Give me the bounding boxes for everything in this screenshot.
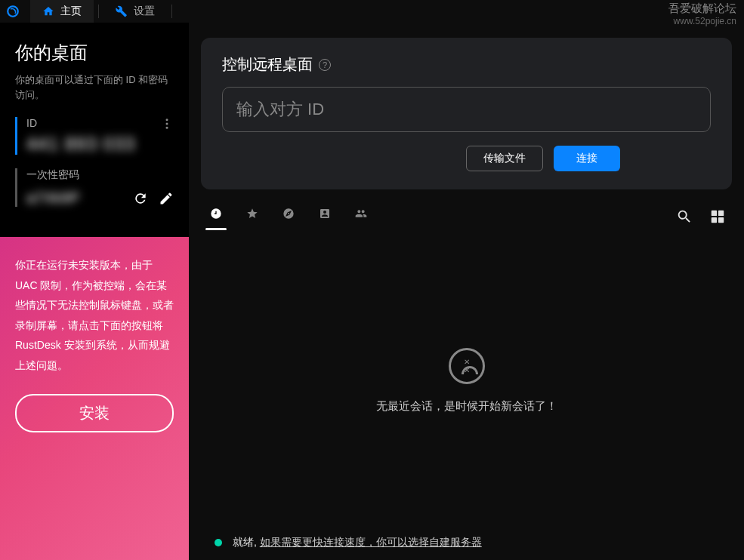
tab-home[interactable]: 主页 — [30, 0, 94, 23]
password-value: a7Xk9P — [26, 189, 79, 207]
install-text: 你正在运行未安装版本，由于 UAC 限制，作为被控端，会在某些情况下无法控制鼠标… — [15, 255, 174, 376]
empty-state: 无最近会话，是时候开始新会话了！ — [201, 235, 732, 525]
refresh-icon[interactable] — [133, 191, 148, 206]
tab-home-label: 主页 — [60, 5, 82, 18]
svg-point-0 — [8, 6, 18, 17]
filter-addressbook-icon[interactable] — [316, 208, 334, 226]
app-logo-icon — [6, 5, 20, 18]
id-value: 441 893 033 — [26, 134, 174, 155]
connect-button[interactable]: 连接 — [554, 146, 620, 171]
password-block: 一次性密码 a7Xk9P — [15, 168, 174, 207]
help-icon[interactable]: ? — [319, 59, 331, 71]
status-dot-icon — [215, 539, 222, 546]
sidebar-desc: 你的桌面可以通过下面的 ID 和密码访问。 — [15, 72, 174, 102]
filter-bar — [201, 205, 732, 235]
search-icon[interactable] — [676, 208, 693, 225]
remote-id-input[interactable] — [222, 87, 711, 132]
main-content: 控制远程桌面 ? 传输文件 连接 — [189, 23, 744, 560]
install-panel: 你正在运行未安装版本，由于 UAC 限制，作为被控端，会在某些情况下无法控制鼠标… — [0, 237, 189, 560]
transfer-file-button[interactable]: 传输文件 — [466, 146, 543, 171]
wrench-icon — [116, 5, 128, 17]
svg-rect-8 — [718, 217, 724, 223]
watermark: 吾爱破解论坛 www.52pojie.cn — [668, 2, 736, 26]
svg-point-1 — [166, 118, 168, 121]
filter-favorite-icon[interactable] — [243, 208, 261, 226]
svg-point-3 — [166, 127, 168, 129]
tab-divider — [98, 5, 99, 18]
id-block: ID 441 893 033 — [15, 117, 174, 155]
tab-settings[interactable]: 设置 — [103, 0, 167, 23]
filter-group-icon[interactable] — [352, 208, 370, 226]
svg-rect-5 — [712, 211, 717, 216]
edit-icon[interactable] — [159, 191, 174, 206]
watermark-url: www.52pojie.cn — [668, 16, 736, 26]
filter-recent-icon[interactable] — [207, 208, 225, 226]
home-icon — [42, 5, 54, 17]
svg-rect-7 — [712, 217, 717, 223]
id-menu-button[interactable] — [160, 117, 174, 134]
sidebar-title: 你的桌面 — [15, 41, 174, 65]
remote-title: 控制远程桌面 — [222, 54, 313, 75]
status-bar: 就绪, 如果需要更快连接速度，你可以选择自建服务器 — [201, 525, 732, 560]
status-hint-link[interactable]: 如果需要更快连接速度，你可以选择自建服务器 — [260, 536, 482, 548]
status-ready: 就绪, — [233, 536, 257, 548]
remote-panel: 控制远程桌面 ? 传输文件 连接 — [201, 38, 732, 189]
svg-point-2 — [166, 123, 168, 125]
watermark-title: 吾爱破解论坛 — [668, 2, 736, 16]
tab-settings-label: 设置 — [134, 5, 155, 18]
password-label: 一次性密码 — [26, 168, 174, 182]
install-button[interactable]: 安装 — [15, 394, 174, 432]
sidebar: 你的桌面 你的桌面可以通过下面的 ID 和密码访问。 ID 441 893 03… — [0, 23, 189, 560]
grid-view-icon[interactable] — [709, 208, 726, 225]
id-label: ID — [26, 117, 174, 129]
tab-bar: 主页 设置 — [30, 0, 744, 23]
empty-text: 无最近会话，是时候开始新会话了！ — [376, 399, 557, 414]
filter-discovered-icon[interactable] — [279, 208, 298, 226]
tab-divider-2 — [171, 5, 172, 18]
svg-point-4 — [288, 213, 289, 214]
sad-face-icon — [449, 348, 485, 384]
svg-rect-6 — [718, 211, 724, 216]
